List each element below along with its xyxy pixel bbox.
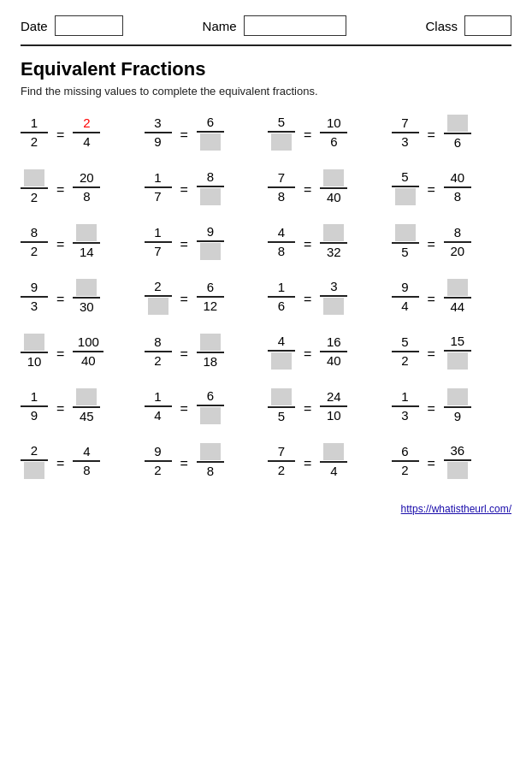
- page-subtitle: Find the missing values to complete the …: [21, 85, 511, 98]
- fraction-top: [446, 279, 470, 296]
- fraction-top: 5: [393, 169, 417, 185]
- equals-sign: =: [304, 292, 311, 307]
- fraction-row-2: 82=1417=948=325=820: [21, 224, 511, 260]
- date-input[interactable]: [55, 15, 123, 36]
- fraction-left-4-1: 82: [145, 334, 172, 369]
- equals-sign: =: [56, 401, 64, 417]
- fraction-top: [446, 115, 470, 132]
- fraction-bottom: 5: [269, 409, 293, 424]
- equals-sign: =: [304, 127, 311, 143]
- fraction-left-5-2: 5: [268, 388, 295, 424]
- fraction-pair-5-2: 5=2410: [268, 388, 388, 424]
- fraction-top: 20: [74, 170, 98, 186]
- fraction-bottom: 4: [393, 299, 417, 314]
- fraction-bottom: 6: [446, 135, 470, 151]
- fraction-pair-3-2: 16=3: [268, 279, 388, 315]
- fraction-bottom: 7: [146, 244, 170, 259]
- equals-sign: =: [180, 456, 188, 471]
- fraction-bottom: 40: [76, 353, 100, 369]
- name-label: Name: [203, 19, 237, 33]
- fraction-top: 1: [22, 115, 46, 131]
- fraction-top: [198, 443, 222, 460]
- fraction-pair-3-0: 93=30: [21, 279, 141, 315]
- fraction-right-1-2: 40: [320, 169, 347, 205]
- answer-box: [271, 388, 292, 405]
- fraction-bottom: 12: [198, 299, 222, 314]
- fraction-right-6-1: 8: [197, 443, 224, 479]
- fraction-bottom: 4: [322, 464, 346, 479]
- answer-box: [200, 243, 221, 260]
- equals-sign: =: [56, 292, 64, 307]
- fraction-bottom: 9: [22, 408, 46, 423]
- equals-sign: =: [428, 456, 435, 471]
- equals-sign: =: [56, 346, 64, 362]
- equals-sign: =: [428, 292, 435, 307]
- fraction-right-6-2: 4: [320, 443, 347, 479]
- fraction-top: 7: [393, 115, 417, 131]
- fraction-pair-6-2: 72=4: [268, 443, 388, 479]
- fraction-left-6-3: 62: [392, 444, 419, 478]
- fraction-left-2-3: 5: [392, 224, 419, 260]
- equals-sign: =: [56, 127, 64, 143]
- fraction-left-1-2: 78: [268, 170, 295, 204]
- fraction-bottom: 32: [322, 245, 346, 260]
- fraction-top: [74, 388, 98, 405]
- fraction-top: 1: [146, 170, 170, 186]
- fraction-top: 1: [269, 280, 293, 295]
- fraction-top: [322, 224, 346, 241]
- fraction-right-5-0: 45: [73, 388, 100, 424]
- fraction-top: 3: [322, 279, 346, 294]
- fraction-left-3-3: 94: [392, 280, 419, 314]
- fraction-top: 8: [446, 225, 470, 240]
- fraction-pair-0-2: 5=106: [268, 115, 388, 151]
- fraction-top: 7: [269, 170, 293, 186]
- fraction-right-4-0: 10040: [73, 334, 103, 369]
- answer-box: [76, 279, 97, 296]
- answer-box: [323, 169, 344, 186]
- fraction-bottom: 9: [446, 409, 470, 424]
- fraction-right-2-0: 14: [73, 224, 100, 260]
- fraction-top: 2: [22, 443, 46, 458]
- fraction-pair-1-0: 2=208: [21, 169, 141, 205]
- fraction-pair-3-3: 94=44: [392, 279, 512, 315]
- fraction-left-4-3: 52: [392, 334, 419, 369]
- fraction-pair-6-3: 62=36: [392, 443, 512, 479]
- fraction-top: 36: [446, 443, 470, 458]
- fraction-bottom: [269, 133, 293, 151]
- fraction-pair-6-1: 92=8: [145, 443, 265, 479]
- equals-sign: =: [180, 346, 188, 362]
- fraction-bottom: [198, 188, 222, 205]
- fraction-right-1-3: 408: [444, 170, 471, 204]
- fraction-right-5-1: 6: [197, 388, 224, 424]
- fraction-top: [393, 224, 417, 241]
- fraction-top: 6: [198, 388, 222, 404]
- name-input[interactable]: [244, 15, 346, 36]
- fraction-top: 40: [446, 170, 470, 186]
- fraction-top: 7: [269, 444, 293, 459]
- header-divider: [21, 44, 511, 46]
- answer-box: [447, 352, 468, 370]
- fraction-bottom: [446, 352, 470, 370]
- fraction-left-6-1: 92: [145, 444, 172, 478]
- equals-sign: =: [180, 182, 188, 198]
- fraction-top: 15: [446, 334, 470, 349]
- equals-sign: =: [304, 401, 311, 417]
- equals-sign: =: [180, 292, 188, 307]
- footer-url: https://whatistheurl.com/: [21, 503, 511, 515]
- equals-sign: =: [304, 346, 311, 362]
- answer-box: [323, 298, 344, 315]
- fraction-bottom: [198, 133, 222, 151]
- fraction-top: 1: [393, 389, 417, 405]
- fraction-bottom: 6: [269, 299, 293, 314]
- fraction-pair-3-1: 2=612: [145, 279, 265, 315]
- answer-box: [200, 334, 221, 351]
- fraction-right-2-2: 32: [320, 224, 347, 260]
- fraction-bottom: 8: [446, 189, 470, 204]
- fraction-left-1-0: 2: [21, 169, 48, 205]
- equals-sign: =: [428, 182, 435, 198]
- class-input[interactable]: [464, 15, 511, 36]
- fraction-left-0-2: 5: [268, 115, 295, 151]
- fraction-row-4: 10=1004082=184=164052=15: [21, 334, 511, 370]
- answer-box: [447, 388, 468, 405]
- fraction-bottom: 2: [269, 463, 293, 478]
